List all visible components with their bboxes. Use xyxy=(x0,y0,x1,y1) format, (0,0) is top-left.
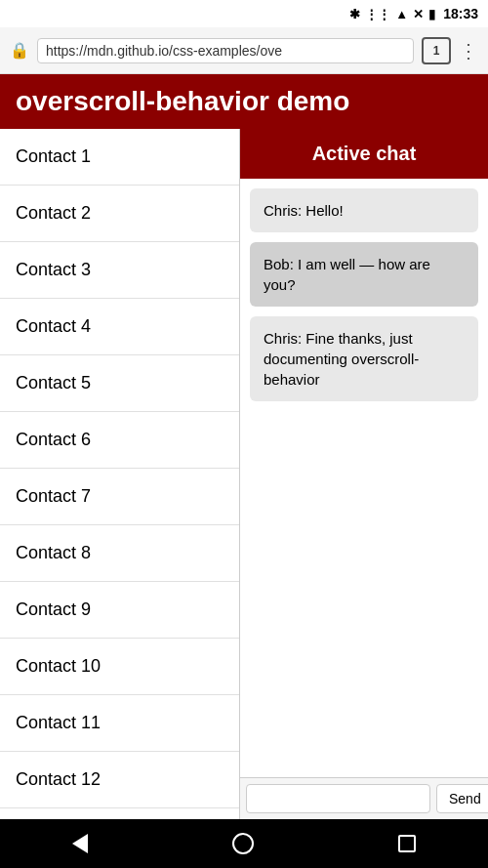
chat-messages[interactable]: Chris: Hello!Bob: I am well — how are yo… xyxy=(240,179,488,777)
chat-header: Active chat xyxy=(240,129,488,179)
recents-button[interactable] xyxy=(398,835,416,852)
chat-message: Bob: I am well — how are you? xyxy=(250,242,478,307)
chat-message: Chris: Fine thanks, just documenting ove… xyxy=(250,316,478,401)
browser-menu-icon[interactable]: ⋮ xyxy=(459,39,478,62)
time-display: 18:33 xyxy=(443,6,478,21)
back-button[interactable] xyxy=(72,834,88,853)
main-content: Contact 1Contact 2Contact 3Contact 4Cont… xyxy=(0,129,488,819)
status-bar: ✱ ⋮⋮ ▲ ✕ ▮ 18:33 xyxy=(0,0,488,27)
back-triangle-icon xyxy=(72,834,88,853)
android-nav-bar xyxy=(0,819,488,868)
chat-input[interactable] xyxy=(246,784,430,813)
chat-message: Chris: Hello! xyxy=(250,188,478,232)
chat-input-area: Send xyxy=(240,777,488,819)
chat-header-title: Active chat xyxy=(254,143,474,165)
app-title: overscroll-behavior demo xyxy=(16,86,472,117)
browser-bar: 🔒 https://mdn.github.io/css-examples/ove… xyxy=(0,27,488,74)
vibrate-icon: ⋮⋮ xyxy=(365,7,390,21)
battery-icon: ▮ xyxy=(428,7,435,21)
url-bar[interactable]: https://mdn.github.io/css-examples/ove xyxy=(37,38,414,63)
home-circle-icon xyxy=(232,833,254,854)
bluetooth-icon: ✱ xyxy=(349,7,360,21)
signal-icon: ▲ xyxy=(395,7,408,21)
nosim-icon: ✕ xyxy=(413,7,424,21)
tab-count-button[interactable]: 1 xyxy=(422,37,451,64)
status-icons: ✱ ⋮⋮ ▲ ✕ ▮ xyxy=(349,7,435,21)
app-header: overscroll-behavior demo xyxy=(0,74,488,129)
active-chat-panel: Active chat Chris: Hello!Bob: I am well … xyxy=(239,129,488,819)
send-button[interactable]: Send xyxy=(436,784,488,813)
home-button[interactable] xyxy=(232,833,254,854)
recents-square-icon xyxy=(398,835,416,852)
lock-icon: 🔒 xyxy=(10,41,29,60)
